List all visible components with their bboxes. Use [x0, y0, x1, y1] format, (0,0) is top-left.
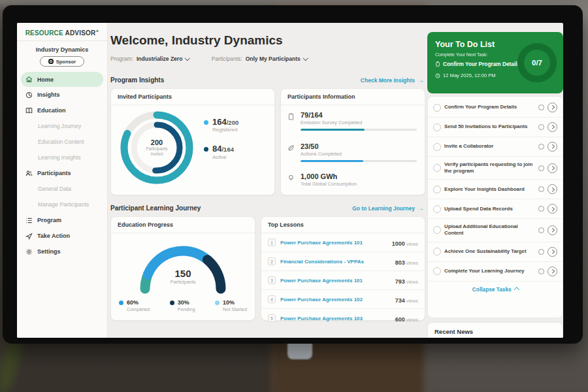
sidebar-item-label: Education Content: [38, 139, 84, 145]
legend-registered: 164/200 Registered: [204, 118, 238, 133]
task-checkbox[interactable]: [433, 205, 441, 213]
home-icon: [25, 76, 33, 83]
task-checkbox[interactable]: [433, 143, 441, 151]
sidebar-nav: Home Insights Education Learning Journey: [17, 72, 107, 259]
education-progress-card: Education Progress 150 Participants: [110, 216, 255, 321]
sidebar-item-education[interactable]: Education: [17, 103, 107, 118]
recent-news-card: Recent News: [427, 322, 563, 338]
todo-task-row[interactable]: Invite a Collaborator: [428, 137, 563, 157]
sidebar-item-take-action[interactable]: Take Action: [17, 228, 107, 244]
todo-task-row[interactable]: Verify participants requesting to join t…: [428, 157, 563, 180]
lesson-link[interactable]: Power Purchase Agreements 103: [280, 316, 391, 321]
sponsor-badge-icon: [48, 59, 54, 64]
sidebar-item-home[interactable]: Home: [21, 72, 103, 87]
stat-total-consumption: 1,000 GWh Total Global Consumption: [287, 172, 417, 187]
lesson-row: 4 Power Purchase Agreements 102 734views: [261, 290, 425, 309]
todo-task-row[interactable]: Complete Your Learning Journey: [428, 262, 563, 282]
leaf-icon: [287, 144, 295, 152]
sidebar-item-education-content[interactable]: Education Content: [17, 134, 107, 150]
filter-bar: Program: Industrialize Zero Participants…: [110, 56, 307, 62]
task-open-button[interactable]: [547, 247, 557, 257]
legend-not-started: 10%Not Started: [215, 299, 247, 312]
lesson-row: 1 Power Purchase Agreements 101 1000view…: [261, 233, 425, 252]
lesson-link[interactable]: Power Purchase Agreements 101: [280, 278, 391, 284]
task-checkbox[interactable]: [433, 164, 441, 172]
legend-dot: [204, 147, 208, 152]
lesson-link[interactable]: Power Purchase Agreements 102: [280, 297, 391, 302]
clock-icon: [435, 73, 440, 78]
participants-information-card: Participants Information 79/164 Emission…: [280, 88, 425, 195]
app-logo: RESOURCE ADVISOR+: [17, 23, 107, 41]
monitor-bezel: RESOURCE ADVISOR+ Industry Dynamics Spon…: [3, 5, 583, 344]
arrow-right-icon: →: [417, 77, 424, 84]
sidebar-item-insights[interactable]: Insights: [17, 87, 107, 103]
sidebar-item-label: Education: [37, 107, 66, 114]
collapse-tasks-link[interactable]: Collapse Tasks: [428, 282, 563, 294]
todo-task-row[interactable]: Send 50 Invitations to Participants: [428, 118, 563, 137]
program-dropdown[interactable]: Program: Industrialize Zero: [110, 56, 189, 62]
todo-task-row[interactable]: Upload Additional Educational Content: [428, 219, 563, 242]
task-checkbox[interactable]: [433, 123, 441, 131]
task-open-button[interactable]: [547, 267, 557, 276]
todo-task-row[interactable]: Upload Spend Data Records: [428, 199, 563, 219]
clock-icon: [538, 124, 544, 130]
arrow-right-icon: →: [417, 205, 424, 212]
legend-dot: [204, 120, 208, 125]
task-open-button[interactable]: [547, 204, 557, 214]
sidebar: RESOURCE ADVISOR+ Industry Dynamics Spon…: [17, 23, 108, 338]
task-open-button[interactable]: [547, 184, 557, 194]
todo-task-row[interactable]: Achieve One Sustainability Target: [428, 242, 563, 262]
clipboard-icon: [435, 61, 440, 67]
sidebar-item-label: Manage Participants: [38, 201, 89, 208]
sidebar-item-manage-participants[interactable]: Manage Participants: [17, 197, 107, 212]
legend-pending: 30%Pending: [170, 299, 195, 312]
sidebar-item-settings[interactable]: Settings: [17, 244, 107, 259]
task-open-button[interactable]: [547, 103, 557, 112]
task-checkbox[interactable]: [433, 104, 441, 112]
action-arrow-icon: [25, 233, 33, 240]
pie-chart-icon: [25, 91, 33, 99]
todo-task-row[interactable]: Confirm Your Program Details: [428, 98, 563, 118]
sidebar-item-learning-journey[interactable]: Learning Journey: [17, 118, 107, 134]
top-lessons-card: Top Lessons 1 Power Purchase Agreements …: [261, 216, 425, 321]
page-title: Welcome, Industry Dynamics: [110, 33, 283, 48]
learning-journey-header: Participant Learning Journey Go to Learn…: [110, 204, 424, 212]
legend-dot: [215, 301, 220, 305]
go-to-learning-journey-link[interactable]: Go to Learning Journey →: [352, 205, 424, 212]
check-more-insights-link[interactable]: Check More Insights →: [361, 77, 424, 84]
sidebar-item-program[interactable]: Program: [17, 212, 107, 228]
clock-icon: [538, 165, 544, 171]
sponsor-badge: Sponsor: [40, 56, 84, 67]
task-open-button[interactable]: [547, 225, 557, 235]
todo-progress-ring: 0/7: [517, 43, 557, 82]
sidebar-item-general-data[interactable]: General Data: [17, 181, 107, 197]
task-checkbox[interactable]: [433, 186, 441, 193]
todo-panel: Your To Do List Complete Your Next Task:…: [427, 23, 563, 338]
task-open-button[interactable]: [547, 122, 557, 132]
photo-scene: RESOURCE ADVISOR+ Industry Dynamics Spon…: [0, 0, 588, 392]
todo-header-card: Your To Do List Complete Your Next Task:…: [427, 32, 563, 93]
participants-dropdown[interactable]: Participants: Only My Participants: [212, 56, 307, 62]
donut-legend: 164/200 Registered 84/164 Active: [204, 118, 238, 172]
clipboard-icon: [287, 113, 295, 120]
task-open-button[interactable]: [547, 163, 557, 173]
clock-icon: [538, 269, 544, 274]
chevron-up-icon: [514, 287, 519, 293]
sidebar-item-label: Take Action: [37, 233, 70, 239]
task-checkbox[interactable]: [433, 248, 441, 255]
task-open-button[interactable]: [547, 142, 557, 152]
sidebar-item-label: General Data: [38, 186, 71, 192]
sidebar-item-participants[interactable]: Participants: [17, 165, 107, 181]
stat-emission-survey: 79/164 Emission Survey Completed: [287, 111, 417, 131]
lesson-link[interactable]: Financial Considerations - VPPAs: [280, 259, 391, 265]
org-name: Industry Dynamics: [17, 46, 107, 53]
education-gauge-chart: 150 Participants: [134, 238, 232, 295]
task-checkbox[interactable]: [433, 226, 441, 234]
sidebar-item-learning-insights[interactable]: Learning Insights: [17, 150, 107, 165]
lesson-row: 2 Financial Considerations - VPPAs 803vi…: [261, 252, 425, 271]
program-insights-header: Program Insights Check More Insights →: [110, 76, 424, 84]
todo-task-row[interactable]: Explore Your Insights Dashboard: [428, 180, 563, 199]
task-checkbox[interactable]: [433, 267, 441, 275]
sidebar-item-label: Insights: [37, 91, 60, 98]
lesson-link[interactable]: Power Purchase Agreements 101: [280, 240, 387, 246]
